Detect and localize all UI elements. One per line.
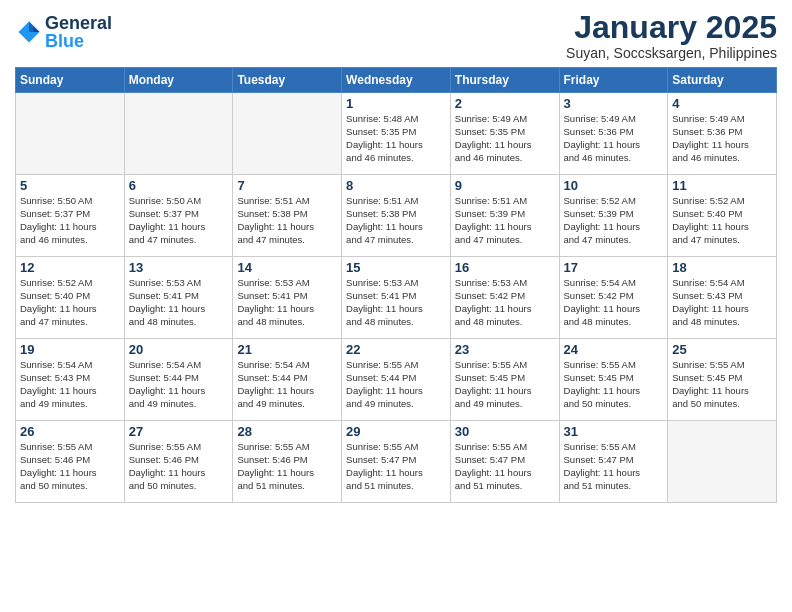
day-info: Sunrise: 5:51 AMSunset: 5:38 PMDaylight:… [237, 195, 337, 246]
calendar-cell: 20Sunrise: 5:54 AMSunset: 5:44 PMDayligh… [124, 339, 233, 421]
header-row: SundayMondayTuesdayWednesdayThursdayFrid… [16, 68, 777, 93]
day-info: Sunrise: 5:55 AMSunset: 5:47 PMDaylight:… [564, 441, 664, 492]
day-info: Sunrise: 5:55 AMSunset: 5:46 PMDaylight:… [20, 441, 120, 492]
day-info: Sunrise: 5:51 AMSunset: 5:38 PMDaylight:… [346, 195, 446, 246]
day-header-sunday: Sunday [16, 68, 125, 93]
day-number: 26 [20, 424, 120, 439]
day-number: 7 [237, 178, 337, 193]
day-number: 11 [672, 178, 772, 193]
calendar-cell: 5Sunrise: 5:50 AMSunset: 5:37 PMDaylight… [16, 175, 125, 257]
day-number: 24 [564, 342, 664, 357]
day-info: Sunrise: 5:55 AMSunset: 5:45 PMDaylight:… [564, 359, 664, 410]
calendar-header: SundayMondayTuesdayWednesdayThursdayFrid… [16, 68, 777, 93]
calendar-cell: 7Sunrise: 5:51 AMSunset: 5:38 PMDaylight… [233, 175, 342, 257]
day-info: Sunrise: 5:49 AMSunset: 5:35 PMDaylight:… [455, 113, 555, 164]
day-info: Sunrise: 5:55 AMSunset: 5:44 PMDaylight:… [346, 359, 446, 410]
calendar-cell [233, 93, 342, 175]
day-number: 10 [564, 178, 664, 193]
day-info: Sunrise: 5:49 AMSunset: 5:36 PMDaylight:… [672, 113, 772, 164]
calendar-cell: 16Sunrise: 5:53 AMSunset: 5:42 PMDayligh… [450, 257, 559, 339]
calendar-cell: 24Sunrise: 5:55 AMSunset: 5:45 PMDayligh… [559, 339, 668, 421]
day-info: Sunrise: 5:53 AMSunset: 5:41 PMDaylight:… [237, 277, 337, 328]
day-info: Sunrise: 5:54 AMSunset: 5:43 PMDaylight:… [20, 359, 120, 410]
day-info: Sunrise: 5:55 AMSunset: 5:45 PMDaylight:… [455, 359, 555, 410]
day-number: 20 [129, 342, 229, 357]
calendar-cell: 27Sunrise: 5:55 AMSunset: 5:46 PMDayligh… [124, 421, 233, 503]
day-number: 8 [346, 178, 446, 193]
day-info: Sunrise: 5:55 AMSunset: 5:47 PMDaylight:… [346, 441, 446, 492]
calendar-cell: 29Sunrise: 5:55 AMSunset: 5:47 PMDayligh… [342, 421, 451, 503]
day-number: 2 [455, 96, 555, 111]
day-info: Sunrise: 5:55 AMSunset: 5:47 PMDaylight:… [455, 441, 555, 492]
day-number: 27 [129, 424, 229, 439]
day-number: 22 [346, 342, 446, 357]
logo-icon [15, 18, 43, 46]
day-info: Sunrise: 5:52 AMSunset: 5:39 PMDaylight:… [564, 195, 664, 246]
calendar-cell: 21Sunrise: 5:54 AMSunset: 5:44 PMDayligh… [233, 339, 342, 421]
calendar-cell: 17Sunrise: 5:54 AMSunset: 5:42 PMDayligh… [559, 257, 668, 339]
day-header-friday: Friday [559, 68, 668, 93]
day-number: 19 [20, 342, 120, 357]
calendar-cell: 6Sunrise: 5:50 AMSunset: 5:37 PMDaylight… [124, 175, 233, 257]
day-header-saturday: Saturday [668, 68, 777, 93]
day-number: 17 [564, 260, 664, 275]
calendar-cell: 12Sunrise: 5:52 AMSunset: 5:40 PMDayligh… [16, 257, 125, 339]
day-number: 28 [237, 424, 337, 439]
calendar-cell: 8Sunrise: 5:51 AMSunset: 5:38 PMDaylight… [342, 175, 451, 257]
calendar-week-5: 26Sunrise: 5:55 AMSunset: 5:46 PMDayligh… [16, 421, 777, 503]
day-number: 31 [564, 424, 664, 439]
day-number: 21 [237, 342, 337, 357]
month-title: January 2025 [566, 10, 777, 45]
day-info: Sunrise: 5:55 AMSunset: 5:45 PMDaylight:… [672, 359, 772, 410]
calendar-cell: 4Sunrise: 5:49 AMSunset: 5:36 PMDaylight… [668, 93, 777, 175]
calendar-week-3: 12Sunrise: 5:52 AMSunset: 5:40 PMDayligh… [16, 257, 777, 339]
calendar-week-4: 19Sunrise: 5:54 AMSunset: 5:43 PMDayligh… [16, 339, 777, 421]
day-info: Sunrise: 5:50 AMSunset: 5:37 PMDaylight:… [20, 195, 120, 246]
day-info: Sunrise: 5:48 AMSunset: 5:35 PMDaylight:… [346, 113, 446, 164]
day-number: 16 [455, 260, 555, 275]
calendar-cell [668, 421, 777, 503]
day-number: 4 [672, 96, 772, 111]
day-number: 25 [672, 342, 772, 357]
day-number: 3 [564, 96, 664, 111]
calendar-cell: 9Sunrise: 5:51 AMSunset: 5:39 PMDaylight… [450, 175, 559, 257]
day-number: 14 [237, 260, 337, 275]
header: General Blue January 2025 Suyan, Soccsks… [15, 10, 777, 61]
calendar-cell [124, 93, 233, 175]
day-number: 15 [346, 260, 446, 275]
day-info: Sunrise: 5:54 AMSunset: 5:44 PMDaylight:… [129, 359, 229, 410]
day-info: Sunrise: 5:55 AMSunset: 5:46 PMDaylight:… [237, 441, 337, 492]
logo-text: General Blue [45, 14, 112, 50]
day-info: Sunrise: 5:52 AMSunset: 5:40 PMDaylight:… [672, 195, 772, 246]
day-header-wednesday: Wednesday [342, 68, 451, 93]
calendar-cell: 2Sunrise: 5:49 AMSunset: 5:35 PMDaylight… [450, 93, 559, 175]
day-number: 1 [346, 96, 446, 111]
calendar-cell: 25Sunrise: 5:55 AMSunset: 5:45 PMDayligh… [668, 339, 777, 421]
location-subtitle: Suyan, Soccsksargen, Philippines [566, 45, 777, 61]
calendar-week-2: 5Sunrise: 5:50 AMSunset: 5:37 PMDaylight… [16, 175, 777, 257]
calendar-cell: 28Sunrise: 5:55 AMSunset: 5:46 PMDayligh… [233, 421, 342, 503]
calendar: SundayMondayTuesdayWednesdayThursdayFrid… [15, 67, 777, 503]
day-number: 9 [455, 178, 555, 193]
day-info: Sunrise: 5:51 AMSunset: 5:39 PMDaylight:… [455, 195, 555, 246]
day-info: Sunrise: 5:55 AMSunset: 5:46 PMDaylight:… [129, 441, 229, 492]
calendar-cell: 14Sunrise: 5:53 AMSunset: 5:41 PMDayligh… [233, 257, 342, 339]
page: General Blue January 2025 Suyan, Soccsks… [0, 0, 792, 612]
day-header-tuesday: Tuesday [233, 68, 342, 93]
day-number: 30 [455, 424, 555, 439]
day-info: Sunrise: 5:54 AMSunset: 5:43 PMDaylight:… [672, 277, 772, 328]
logo: General Blue [15, 14, 112, 50]
title-area: January 2025 Suyan, Soccsksargen, Philip… [566, 10, 777, 61]
day-info: Sunrise: 5:54 AMSunset: 5:44 PMDaylight:… [237, 359, 337, 410]
calendar-cell: 3Sunrise: 5:49 AMSunset: 5:36 PMDaylight… [559, 93, 668, 175]
calendar-body: 1Sunrise: 5:48 AMSunset: 5:35 PMDaylight… [16, 93, 777, 503]
day-number: 13 [129, 260, 229, 275]
calendar-week-1: 1Sunrise: 5:48 AMSunset: 5:35 PMDaylight… [16, 93, 777, 175]
day-number: 29 [346, 424, 446, 439]
day-info: Sunrise: 5:49 AMSunset: 5:36 PMDaylight:… [564, 113, 664, 164]
day-info: Sunrise: 5:53 AMSunset: 5:42 PMDaylight:… [455, 277, 555, 328]
calendar-cell: 23Sunrise: 5:55 AMSunset: 5:45 PMDayligh… [450, 339, 559, 421]
day-header-monday: Monday [124, 68, 233, 93]
calendar-cell: 13Sunrise: 5:53 AMSunset: 5:41 PMDayligh… [124, 257, 233, 339]
day-number: 6 [129, 178, 229, 193]
